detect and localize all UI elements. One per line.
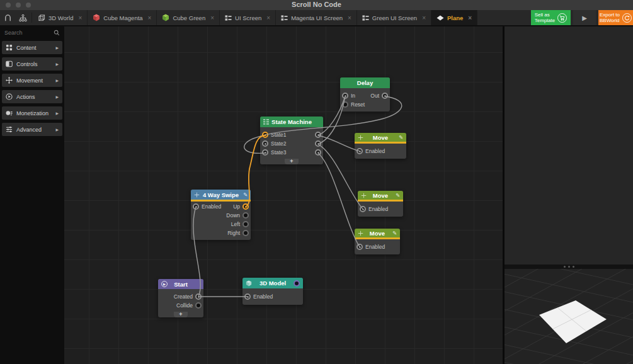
node-state-machine-header[interactable]: State Machine <box>260 117 323 127</box>
tab-label: Magenta UI Screen <box>291 14 343 21</box>
node-delay[interactable]: Delay In Out Reset <box>340 77 390 111</box>
preview-3d-viewport[interactable] <box>503 269 633 364</box>
tab-close-icon[interactable]: × <box>348 14 351 21</box>
sidebar-item-label: Monetization <box>16 110 48 117</box>
chevron-right-icon: ▶ <box>55 94 59 99</box>
node-delay-header[interactable]: Delay <box>340 77 390 88</box>
tab-bar-actions: Sell asTemplate ▶ Export toBBWorld <box>531 10 633 25</box>
node-move-3[interactable]: Move ✎ Enabled <box>355 229 400 254</box>
window-title: Scroll No Code <box>0 1 633 8</box>
tab-ui-screen[interactable]: UI Screen × <box>220 10 276 25</box>
tab-plane[interactable]: Plane × <box>431 10 477 25</box>
port-4ws-left[interactable] <box>242 221 249 227</box>
sidebar-item-actions[interactable]: Actions ▶ <box>2 90 62 103</box>
ui-screen-icon <box>362 14 369 21</box>
search-input[interactable]: Search <box>0 26 64 39</box>
home-icon[interactable] <box>0 10 15 25</box>
cube-icon <box>246 278 252 288</box>
panel-resize-handle[interactable] <box>503 264 633 269</box>
move-cross-icon <box>194 190 200 200</box>
controls-icon <box>6 60 13 67</box>
node-3d-model[interactable]: 3D Model Enabled <box>242 278 303 305</box>
node-move-2-header[interactable]: Move ✎ <box>358 191 403 200</box>
node-move-3-header[interactable]: Move ✎ <box>355 229 400 237</box>
search-icon <box>54 30 60 36</box>
sidebar-item-movement[interactable]: Movement ▶ <box>2 74 62 87</box>
plane-icon <box>436 15 444 21</box>
tab-close-icon[interactable]: × <box>422 14 426 21</box>
inspector-panel <box>503 26 633 264</box>
port-state3-in[interactable] <box>262 149 268 156</box>
node-4-way-swipe[interactable]: 4 Way Swipe ✎ Enabled Up Down Left Right <box>191 190 251 240</box>
edit-pencil-icon[interactable]: ✎ <box>396 191 400 200</box>
component-sidebar: Search Content ▶ Controls ▶ <box>0 26 64 364</box>
ui-screen-icon <box>281 14 288 21</box>
node-3d-model-header[interactable]: 3D Model <box>242 278 303 288</box>
model-indicator[interactable] <box>294 278 300 288</box>
sidebar-item-content[interactable]: Content ▶ <box>2 41 62 54</box>
port-start-collide[interactable] <box>195 302 202 309</box>
play-circle-icon <box>6 93 13 100</box>
wire-state3-to-move3-enabled[interactable] <box>318 153 360 247</box>
sidebar-item-monetization[interactable]: Monetization ▶ <box>2 106 62 120</box>
node-move-2[interactable]: Move ✎ Enabled <box>358 191 403 217</box>
port-4ws-right[interactable] <box>242 230 249 236</box>
sidebar-item-label: Controls <box>16 61 38 67</box>
drag-dots-icon <box>568 266 570 268</box>
node-4-way-swipe-header[interactable]: 4 Way Swipe ✎ <box>191 190 251 200</box>
move-cross-icon <box>358 229 363 237</box>
tab-3d-world[interactable]: 3D World × <box>33 10 88 25</box>
tab-bar: 3D World × Cube Magenta × Cube Green × U… <box>0 10 633 26</box>
node-start[interactable]: ▶ Start Created Collide + <box>158 279 203 317</box>
sidebar-item-label: Advanced <box>16 127 42 133</box>
tab-close-icon[interactable]: × <box>78 14 82 21</box>
tab-close-icon[interactable]: × <box>148 14 152 21</box>
tab-label: Cube Green <box>173 14 205 21</box>
tab-label: Cube Magenta <box>103 14 142 21</box>
tab-cube-magenta[interactable]: Cube Magenta × <box>88 10 157 25</box>
port-delay-out[interactable] <box>382 93 388 99</box>
add-state-button[interactable]: + <box>285 159 299 164</box>
port-state2-in[interactable] <box>262 140 268 147</box>
move-cross-icon <box>358 133 363 142</box>
tab-close-icon[interactable]: × <box>468 14 472 21</box>
tab-magenta-ui-screen[interactable]: Magenta UI Screen × <box>276 10 357 25</box>
cart-icon <box>557 13 567 23</box>
port-4ws-down[interactable] <box>242 212 249 219</box>
edit-pencil-icon[interactable]: ✎ <box>243 190 248 200</box>
sidebar-item-label: Actions <box>16 94 35 100</box>
sliders-icon <box>6 126 13 133</box>
export-to-bbworld-button[interactable]: Export toBBWorld <box>598 10 633 25</box>
node-move-1-header[interactable]: Move ✎ <box>355 133 406 142</box>
search-placeholder: Search <box>4 30 23 36</box>
tab-close-icon[interactable]: × <box>266 14 270 21</box>
sidebar-item-advanced[interactable]: Advanced ▶ <box>2 123 62 136</box>
chevron-right-icon: ▶ <box>55 127 59 132</box>
tab-label: 3D World <box>48 14 73 21</box>
chevron-right-icon: ▶ <box>55 111 59 115</box>
sidebar-item-label: Movement <box>16 77 43 84</box>
sidebar-item-label: Content <box>16 45 37 51</box>
sell-as-template-button[interactable]: Sell asTemplate <box>531 10 571 25</box>
node-state-machine[interactable]: State Machine State1 State2 State3 + <box>260 117 323 164</box>
node-move-1[interactable]: Move ✎ Enabled <box>355 133 406 159</box>
list-icon <box>263 117 269 127</box>
node-start-header[interactable]: ▶ Start <box>158 279 203 289</box>
tab-label: Plane <box>447 14 463 21</box>
edit-pencil-icon[interactable]: ✎ <box>399 133 403 142</box>
play-button[interactable]: ▶ <box>573 10 596 25</box>
add-event-button[interactable]: + <box>174 312 188 317</box>
tab-label: Green UI Screen <box>372 14 417 21</box>
preview-3d-scene <box>505 269 633 364</box>
title-bar: Scroll No Code <box>0 0 633 10</box>
tab-cube-green[interactable]: Cube Green × <box>157 10 220 25</box>
edit-pencil-icon[interactable]: ✎ <box>392 229 397 237</box>
move-cross-icon <box>6 77 13 84</box>
sidebar-item-controls[interactable]: Controls ▶ <box>2 57 62 71</box>
hierarchy-icon[interactable] <box>15 10 30 25</box>
node-graph-canvas[interactable]: Delay In Out Reset State <box>64 26 503 364</box>
tab-green-ui-screen[interactable]: Green UI Screen × <box>357 10 431 25</box>
tab-close-icon[interactable]: × <box>210 14 214 21</box>
refresh-icon <box>622 13 632 23</box>
chevron-right-icon: ▶ <box>55 45 59 50</box>
